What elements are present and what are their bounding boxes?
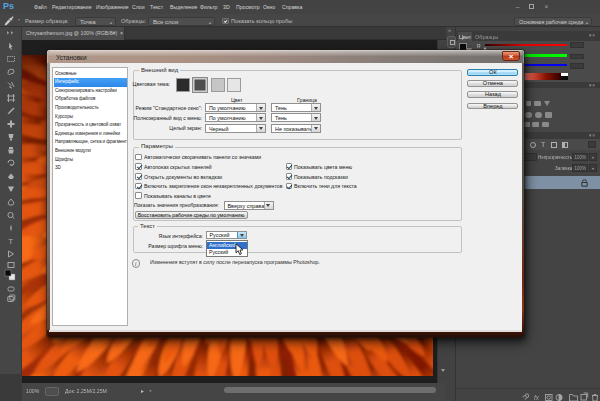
svg-text:fx: fx: [534, 394, 540, 401]
svg-text:T: T: [8, 237, 13, 246]
